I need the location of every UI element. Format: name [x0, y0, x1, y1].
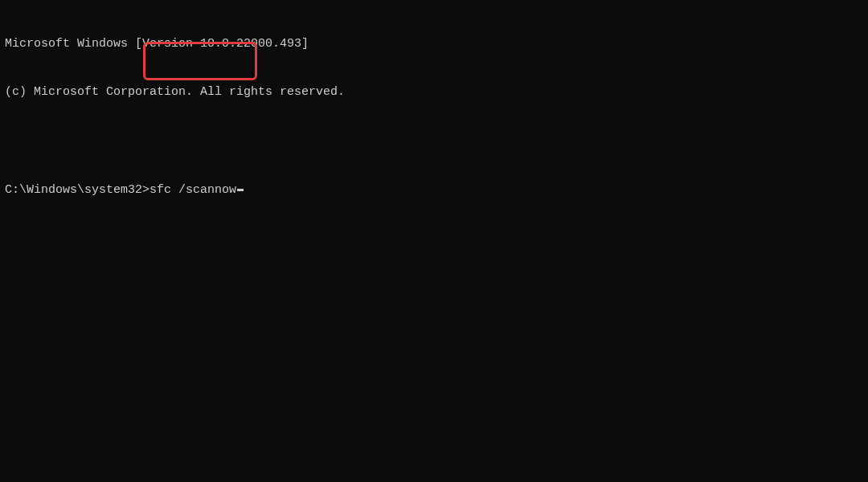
version-line: Microsoft Windows [Version 10.0.22000.49… — [5, 36, 863, 52]
prompt-line[interactable]: C:\Windows\system32>sfc /scannow — [5, 182, 863, 198]
text-cursor — [237, 189, 244, 191]
blank-line — [5, 133, 863, 149]
prompt-path: C:\Windows\system32> — [5, 182, 149, 198]
command-prompt-terminal[interactable]: Microsoft Windows [Version 10.0.22000.49… — [0, 0, 868, 218]
copyright-line: (c) Microsoft Corporation. All rights re… — [5, 84, 863, 100]
command-input[interactable]: sfc /scannow — [149, 182, 236, 198]
